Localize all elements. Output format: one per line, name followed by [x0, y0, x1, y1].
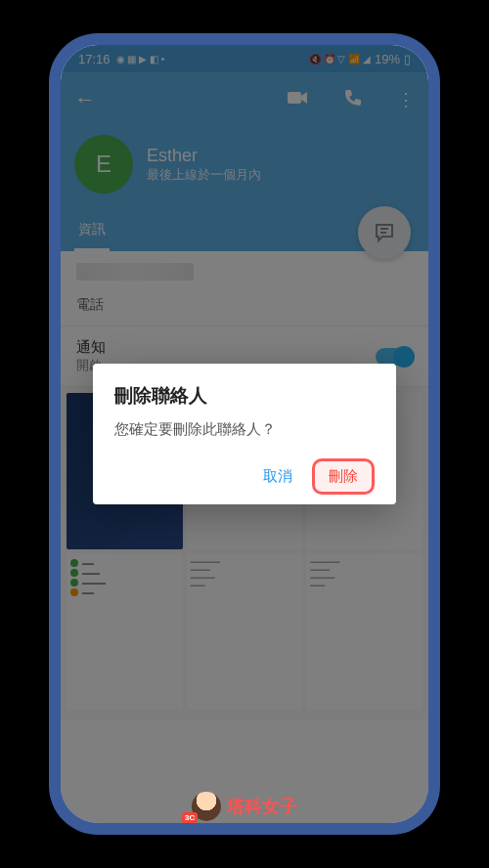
watermark-text: 塔科女子 — [227, 795, 297, 818]
watermark: 3C 塔科女子 — [192, 792, 297, 821]
watermark-avatar-icon: 3C — [192, 792, 221, 821]
phone-screen: 17:16 ◉ ▦ ▶ ◧ • 🔇 ⏰ ▽ 📶 ◢ 19% ▯ ← ⋮ E — [61, 45, 428, 823]
cancel-button[interactable]: 取消 — [251, 459, 304, 494]
dialog-title: 刪除聯絡人 — [114, 383, 375, 409]
dialog-overlay[interactable]: 刪除聯絡人 您確定要刪除此聯絡人？ 取消 刪除 — [61, 45, 428, 823]
dialog-message: 您確定要刪除此聯絡人？ — [114, 420, 375, 439]
delete-button[interactable]: 刪除 — [312, 458, 375, 495]
watermark-badge: 3C — [182, 812, 198, 823]
delete-contact-dialog: 刪除聯絡人 您確定要刪除此聯絡人？ 取消 刪除 — [93, 364, 396, 504]
phone-frame: 17:16 ◉ ▦ ▶ ◧ • 🔇 ⏰ ▽ 📶 ◢ 19% ▯ ← ⋮ E — [49, 33, 440, 835]
